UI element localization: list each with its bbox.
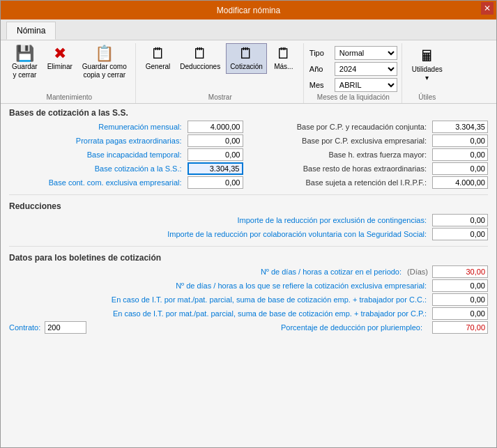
window-title: Modificar nómina — [217, 6, 280, 15]
general-button[interactable]: 🗒 General — [142, 43, 175, 74]
contrato-input[interactable] — [45, 321, 86, 334]
incapacidad-label: Base incapacidad temporal: — [9, 150, 188, 159]
it-cp-label: En caso de I.T. por mat./pat. parcial, s… — [9, 309, 432, 318]
reducciones-section: Importe de la reducción por exclusión de… — [1, 213, 496, 244]
save-icon: 💾 — [15, 46, 34, 61]
base-cont-input[interactable] — [188, 176, 243, 189]
dias-cotizar-label: Nº de días / horas a cotizar en el perio… — [9, 268, 407, 276]
meses-label: Meses de la liquidación — [309, 92, 397, 102]
base-extras-resto-label: Base resto de horas extraordinarias: — [254, 164, 433, 173]
copy-save-icon: 📋 — [95, 46, 114, 61]
dias-excl-emp-input[interactable] — [432, 279, 488, 292]
mantenimiento-label: Mantenimiento — [8, 92, 131, 102]
form-row-reduccion-exclusion: Importe de la reducción por exclusión de… — [9, 213, 488, 227]
content-area: Bases de cotización a las S.S. Remunerac… — [1, 104, 496, 447]
form-row-base-cont: Base cont. com. exclusiva empresarial: — [9, 176, 243, 190]
title-bar: Modificar nómina ✕ — [1, 1, 496, 20]
base-irpf-input[interactable] — [432, 176, 488, 189]
cotizacion-button[interactable]: 🗒 Cotización — [226, 43, 267, 74]
tipo-select[interactable]: Normal Atraso Extra — [335, 46, 397, 60]
form-row-prorrata: Prorrata pagas extraordinarias: — [9, 134, 243, 148]
contrato-label: Contrato: — [9, 323, 40, 332]
guardar-cerrar-button[interactable]: 💾 Guardary cerrar — [8, 43, 42, 82]
ribbon: 💾 Guardary cerrar ✖ Eliminar 📋 Guardar c… — [1, 40, 496, 104]
form-row-incapacidad: Base incapacidad temporal: — [9, 148, 243, 162]
deducciones-button[interactable]: 🗒 Deducciones — [176, 43, 224, 74]
mes-label: Mes — [309, 81, 332, 89]
utilidades-button[interactable]: 🖩 Utilidades▾ — [408, 46, 447, 85]
form-row-base-cotizacion: Base cotización a la S.S.: — [9, 162, 243, 176]
base-cp-input[interactable] — [432, 121, 488, 133]
it-cc-label: En caso de I.T. por mat./pat. parcial, s… — [9, 295, 432, 304]
ribbon-group-meses: Tipo Normal Atraso Extra Año 2022 2023 2… — [305, 43, 402, 103]
mas-icon: 🗒 — [276, 46, 291, 61]
bases-left-col: Remuneración mensual: Prorrata pagas ext… — [9, 120, 254, 190]
base-cp-label: Base por C.P. y recaudación conjunta: — [254, 123, 433, 131]
dias-unit: (Días) — [407, 268, 428, 276]
form-row-dias-excl-emp: Nº de días / horas a los que se refiere … — [9, 279, 488, 293]
prorrata-input[interactable] — [188, 134, 243, 147]
base-extras-mayor-label: Base h. extras fuerza mayor: — [254, 150, 433, 159]
ribbon-group-mostrar: 🗒 General 🗒 Deducciones 🗒 Cotización 🗒 M… — [137, 43, 304, 103]
base-cp-excl-input[interactable] — [432, 134, 488, 147]
reduccion-exclusion-label: Importe de la reducción por exclusión de… — [9, 216, 432, 224]
bases-title: Bases de cotización a las S.S. — [1, 104, 496, 120]
it-cc-input[interactable] — [432, 293, 488, 306]
reducciones-title: Reducciones — [1, 197, 496, 213]
separator-1 — [9, 194, 488, 195]
remuneracion-input[interactable] — [188, 121, 243, 133]
remuneracion-label: Remuneración mensual: — [9, 123, 188, 131]
base-extras-mayor-input[interactable] — [432, 148, 488, 161]
it-cp-input[interactable] — [432, 307, 488, 320]
anyo-select[interactable]: 2022 2023 2024 2025 — [335, 62, 397, 76]
close-button[interactable]: ✕ — [481, 2, 494, 15]
form-row-base-extras-resto: Base resto de horas extraordinarias: — [254, 162, 489, 176]
guardar-copia-button[interactable]: 📋 Guardar comocopia y cerrar — [78, 43, 131, 82]
tipo-label: Tipo — [309, 49, 332, 57]
base-cotizacion-label: Base cotización a la S.S.: — [9, 164, 188, 173]
form-row-dias-cotizar: Nº de días / horas a cotizar en el perio… — [9, 265, 488, 279]
separator-2 — [9, 246, 488, 247]
utiles-label: Útiles — [408, 92, 447, 102]
base-cp-excl-label: Base por C.P. exclusiva empresarial: — [254, 137, 433, 145]
boletines-section: Nº de días / horas a cotizar en el perio… — [1, 265, 496, 337]
mas-button[interactable]: 🗒 Más... — [268, 43, 299, 74]
cotizacion-icon: 🗒 — [238, 46, 254, 61]
reduccion-exclusion-input[interactable] — [432, 214, 488, 226]
mostrar-label: Mostrar — [142, 92, 299, 102]
form-row-it-cp: En caso de I.T. por mat./pat. parcial, s… — [9, 307, 488, 320]
pluriempleo-input[interactable] — [432, 321, 488, 334]
form-row-base-extras-mayor: Base h. extras fuerza mayor: — [254, 148, 489, 162]
form-row-remuneracion: Remuneración mensual: — [9, 120, 243, 134]
ribbon-group-mantenimiento: 💾 Guardary cerrar ✖ Eliminar 📋 Guardar c… — [3, 43, 136, 103]
bases-right-col: Base por C.P. y recaudación conjunta: Ba… — [254, 120, 489, 190]
form-row-contrato-pluri: Contrato: Porcentaje de deducción por pl… — [9, 320, 488, 334]
reduccion-voluntaria-label: Importe de la reducción por colaboración… — [9, 230, 432, 238]
form-row-base-irpf: Base sujeta a retención del I.R.P.F.: — [254, 176, 489, 190]
general-icon: 🗒 — [151, 46, 166, 61]
ribbon-group-utiles: 🖩 Utilidades▾ Útiles — [404, 43, 451, 103]
form-row-reduccion-voluntaria: Importe de la reducción por colaboración… — [9, 227, 488, 241]
base-irpf-label: Base sujeta a retención del I.R.P.F.: — [254, 178, 433, 187]
eliminar-button[interactable]: ✖ Eliminar — [43, 43, 77, 74]
form-row-base-cp: Base por C.P. y recaudación conjunta: — [254, 120, 489, 134]
boletines-title: Datos para los boletines de cotización — [1, 249, 496, 265]
pluriempleo-label: Porcentaje de deducción por pluriempleo: — [86, 323, 428, 332]
form-row-base-cp-excl: Base por C.P. exclusiva empresarial: — [254, 134, 489, 148]
tab-nomina[interactable]: Nómina — [6, 22, 56, 40]
base-extras-resto-input[interactable] — [432, 162, 488, 175]
dias-cotizar-input[interactable] — [432, 265, 488, 278]
base-cont-label: Base cont. com. exclusiva empresarial: — [9, 178, 188, 187]
reduccion-voluntaria-input[interactable] — [432, 228, 488, 240]
deducciones-icon: 🗒 — [192, 46, 208, 61]
tab-bar: Nómina — [1, 20, 496, 40]
base-cotizacion-input[interactable] — [188, 162, 243, 175]
form-row-it-cc: En caso de I.T. por mat./pat. parcial, s… — [9, 293, 488, 307]
anyo-label: Año — [309, 65, 332, 73]
utilidades-icon: 🖩 — [420, 49, 435, 64]
dias-excl-emp-label: Nº de días / horas a los que se refiere … — [9, 281, 432, 290]
incapacidad-input[interactable] — [188, 148, 243, 161]
mes-select[interactable]: ENEROFEBREROMARZO ABRILMAYOJUNIO JULIOAG… — [335, 78, 397, 92]
bases-section: Remuneración mensual: Prorrata pagas ext… — [1, 120, 496, 192]
delete-icon: ✖ — [54, 46, 66, 61]
